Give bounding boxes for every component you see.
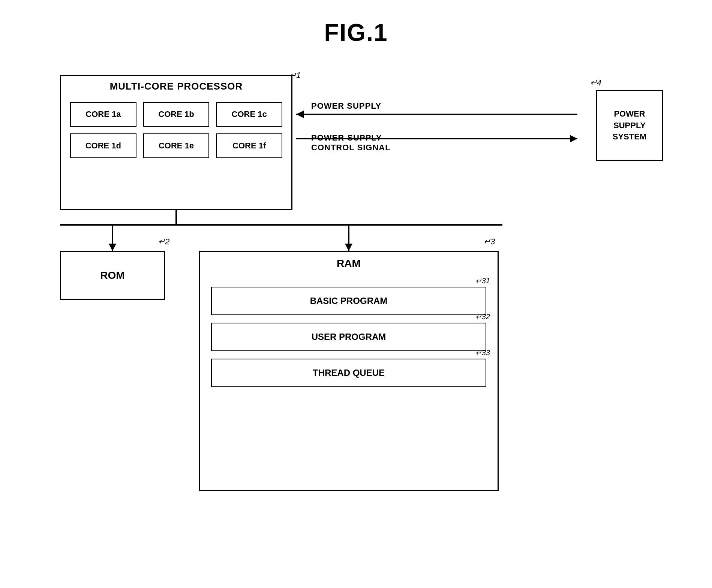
rom-label: ROM bbox=[100, 269, 124, 281]
svg-marker-7 bbox=[109, 244, 116, 251]
basic-prog-ref: ↵31 bbox=[475, 276, 490, 285]
svg-marker-3 bbox=[570, 135, 577, 142]
ram-label: RAM bbox=[200, 252, 498, 269]
basic-program-block: BASIC PROGRAM bbox=[211, 287, 486, 315]
diagram-container: ↵1 MULTI-CORE PROCESSOR CORE 1a CORE 1b … bbox=[37, 52, 675, 569]
ram-ref-label: ↵3 bbox=[484, 237, 495, 247]
rom-ref-label: ↵2 bbox=[158, 237, 169, 247]
power-supply-label: POWER SUPPLY bbox=[311, 101, 381, 111]
power-control-label: POWER-SUPPLYCONTROL SIGNAL bbox=[311, 133, 391, 153]
user-program-block: USER PROGRAM bbox=[211, 323, 486, 351]
ram-block: RAM ↵31 BASIC PROGRAM ↵32 USER PROGRAM ↵… bbox=[199, 251, 499, 491]
svg-marker-1 bbox=[296, 111, 304, 118]
thread-queue-ref: ↵33 bbox=[475, 348, 490, 357]
ram-inner: ↵31 BASIC PROGRAM ↵32 USER PROGRAM ↵33 T… bbox=[200, 273, 498, 401]
page-title: FIG.1 bbox=[0, 0, 712, 46]
user-prog-ref: ↵32 bbox=[475, 312, 490, 321]
svg-marker-9 bbox=[345, 244, 352, 251]
thread-queue-block: THREAD QUEUE bbox=[211, 359, 486, 387]
rom-block: ROM bbox=[60, 251, 165, 300]
